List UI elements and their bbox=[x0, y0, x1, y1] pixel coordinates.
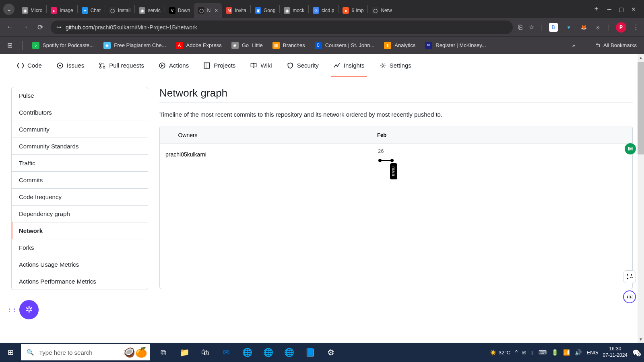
bookmark-item[interactable]: ♪Spotify for Podcaste... bbox=[32, 42, 94, 49]
url-bar[interactable]: ⊶ github.com/prachi05kulkarni/Mini-Proje… bbox=[51, 21, 513, 34]
repo-tab-wiki[interactable]: Wiki bbox=[244, 54, 277, 77]
extension-b-icon[interactable]: B bbox=[549, 23, 558, 32]
notifications-icon[interactable]: 💬3 bbox=[632, 349, 639, 356]
repo-tab-code[interactable]: Code bbox=[11, 54, 47, 77]
chrome-icon-1[interactable]: 🌐 bbox=[238, 343, 256, 361]
repo-tab-security[interactable]: Security bbox=[281, 54, 324, 77]
sidebar-item-actions-performance-metrics[interactable]: Actions Performance Metrics bbox=[12, 273, 148, 290]
timeline-cell[interactable]: 26 main bbox=[216, 144, 632, 168]
browser-tab[interactable]: ◉mock bbox=[280, 3, 308, 18]
install-app-icon[interactable]: ⎘ bbox=[518, 24, 522, 31]
close-window-button[interactable]: ✕ bbox=[631, 6, 636, 12]
browser-tab[interactable]: ✦Chat bbox=[78, 3, 105, 18]
forward-button[interactable]: → bbox=[20, 23, 30, 31]
extensions-icon[interactable]: ⨳ bbox=[595, 24, 601, 31]
browser-tab[interactable]: VDown bbox=[165, 3, 194, 18]
file-explorer-icon[interactable]: 📁 bbox=[175, 343, 193, 361]
bookmark-item[interactable]: ▮Analytics bbox=[384, 42, 415, 49]
scroll-down-arrow[interactable]: ▼ bbox=[638, 335, 644, 343]
sidebar-item-commits[interactable]: Commits bbox=[12, 172, 148, 189]
new-tab-button[interactable]: + bbox=[590, 5, 603, 13]
assistant-eye-badge[interactable]: 👀 bbox=[623, 290, 636, 303]
site-info-icon[interactable]: ⊶ bbox=[56, 24, 62, 30]
profile-avatar[interactable]: P bbox=[616, 22, 626, 33]
browser-tab[interactable]: ◯N× bbox=[194, 3, 222, 18]
wifi-icon[interactable]: 📶 bbox=[563, 349, 570, 356]
weather-widget[interactable]: ☀️ 32°C bbox=[490, 350, 510, 356]
sidebar-item-network[interactable]: Network bbox=[12, 222, 148, 239]
meet-now-icon[interactable]: ⎚ bbox=[522, 349, 526, 356]
clock[interactable]: 16:30 07-11-2024 bbox=[603, 346, 627, 358]
browser-menu-icon[interactable]: ⋮ bbox=[633, 23, 639, 31]
notepad-icon[interactable]: 📘 bbox=[301, 343, 319, 361]
battery-icon[interactable]: 🔋 bbox=[551, 349, 558, 356]
sidebar-item-community[interactable]: Community bbox=[12, 121, 148, 138]
sidebar-item-traffic[interactable]: Traffic bbox=[12, 155, 148, 172]
scrollbar-thumb[interactable] bbox=[638, 62, 644, 154]
settings-taskbar-icon[interactable]: ⚙ bbox=[322, 343, 340, 361]
outlook-icon[interactable]: ✉ bbox=[217, 343, 235, 361]
tab-search-button[interactable]: ⌄ bbox=[3, 4, 14, 15]
bookmark-item[interactable]: ◆Free Plagiarism Che... bbox=[103, 42, 166, 49]
task-view-icon[interactable]: ⧉ bbox=[155, 343, 172, 361]
repo-tab-issues[interactable]: Issues bbox=[51, 54, 90, 77]
repo-tab-pull-requests[interactable]: Pull requests bbox=[93, 54, 150, 77]
browser-tab[interactable]: ▸Image bbox=[47, 3, 77, 18]
bookmark-item[interactable]: ✉Register | McKinsey... bbox=[425, 42, 486, 49]
tray-overflow-icon[interactable]: ^ bbox=[515, 349, 518, 356]
start-button[interactable]: ⊞ bbox=[0, 343, 21, 362]
sidebar-item-contributors[interactable]: Contributors bbox=[12, 104, 148, 121]
back-button[interactable]: ← bbox=[5, 23, 14, 31]
sidebar-item-pulse[interactable]: Pulse bbox=[12, 87, 148, 104]
repo-tab-projects[interactable]: Projects bbox=[198, 54, 241, 77]
browser-tab[interactable]: MInvita bbox=[222, 3, 250, 18]
bookmark-star-icon[interactable]: ☆ bbox=[529, 23, 535, 31]
repo-tab-settings[interactable]: Settings bbox=[374, 54, 417, 77]
sidebar-item-actions-usage-metrics[interactable]: Actions Usage Metrics bbox=[12, 256, 148, 273]
chrome-icon-3[interactable]: 🌐 bbox=[280, 343, 298, 361]
touchpad-icon[interactable]: ⌨ bbox=[539, 349, 547, 356]
fab-drag-handle[interactable]: ⋮⋮ bbox=[7, 307, 17, 313]
chrome-icon-2[interactable]: 🌐 bbox=[259, 343, 277, 361]
commit-dot[interactable] bbox=[390, 159, 394, 162]
browser-tab[interactable]: ◉servic bbox=[135, 3, 164, 18]
browser-tab[interactable]: ●6 Imp bbox=[339, 3, 367, 18]
ms-store-icon[interactable]: 🛍 bbox=[196, 343, 214, 361]
repo-tab-insights[interactable]: Insights bbox=[328, 54, 370, 77]
browser-tab[interactable]: Gcicd p bbox=[309, 3, 338, 18]
repo-tab-actions[interactable]: Actions bbox=[153, 54, 194, 77]
browser-tab[interactable]: ◯Install bbox=[105, 3, 134, 18]
bookmark-item[interactable]: ◉Go_Little bbox=[231, 42, 263, 49]
browser-tab[interactable]: ◯Netw bbox=[368, 3, 396, 18]
reload-button[interactable]: ⟳ bbox=[35, 23, 45, 32]
extension-fox-icon[interactable]: 🦊 bbox=[580, 23, 588, 32]
browser-tab[interactable]: ◉Micro bbox=[18, 3, 46, 18]
commit-dot[interactable] bbox=[378, 159, 382, 162]
sidebar-item-forks[interactable]: Forks bbox=[12, 239, 148, 256]
apps-grid-icon[interactable]: ⊞ bbox=[7, 41, 12, 49]
bookmark-item[interactable]: CCoursera | St. John... bbox=[315, 42, 375, 49]
bookmark-item[interactable]: ▦Branches bbox=[272, 42, 305, 49]
owner-name[interactable]: prachi05kulkarni bbox=[160, 144, 216, 168]
sidebar-item-community-standards[interactable]: Community Standards bbox=[12, 138, 148, 155]
copilot-badge[interactable] bbox=[623, 270, 636, 283]
maximize-button[interactable]: ▢ bbox=[619, 6, 624, 12]
scrollbar[interactable]: ▲ ▼ bbox=[638, 54, 644, 343]
month-label: Feb bbox=[377, 132, 386, 138]
loom-fab[interactable]: ✲ bbox=[19, 300, 39, 319]
taskbar-search[interactable]: 🔍 Type here to search 🥥🍊 bbox=[21, 344, 150, 360]
extension-heart-icon[interactable]: ♥ bbox=[564, 23, 573, 32]
bookmarks-overflow-icon[interactable]: » bbox=[572, 42, 575, 48]
sidebar-item-dependency-graph[interactable]: Dependency graph bbox=[12, 206, 148, 222]
branch-tag[interactable]: main bbox=[390, 163, 397, 179]
bookmark-item[interactable]: AAdobe Express bbox=[176, 42, 222, 49]
minimize-button[interactable]: ─ bbox=[607, 6, 611, 12]
all-bookmarks-button[interactable]: 🗀 All Bookmarks bbox=[595, 42, 637, 48]
sidebar-item-code-frequency[interactable]: Code frequency bbox=[12, 189, 148, 206]
usb-icon[interactable]: ▯ bbox=[530, 349, 534, 356]
scroll-up-arrow[interactable]: ▲ bbox=[638, 54, 644, 61]
browser-tab[interactable]: ▣Goog bbox=[251, 3, 279, 18]
language-indicator[interactable]: ENG bbox=[586, 350, 598, 356]
tab-close-icon[interactable]: × bbox=[215, 7, 218, 14]
volume-icon[interactable]: 🔊 bbox=[575, 349, 582, 356]
